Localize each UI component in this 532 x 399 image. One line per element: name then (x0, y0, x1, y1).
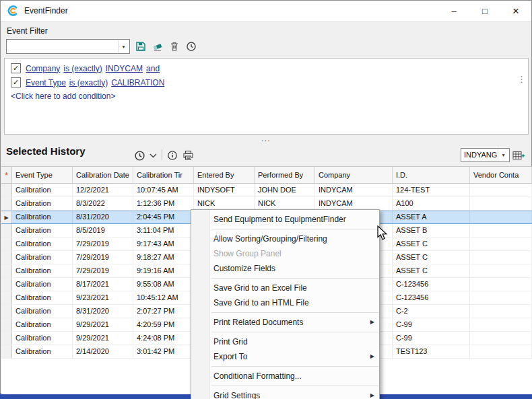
column-header[interactable]: Company (315, 167, 393, 183)
condition-link[interactable]: is (exactly) (63, 64, 102, 73)
table-cell[interactable]: 8/31/2020 (73, 211, 133, 223)
table-cell[interactable]: 9/29/2021 (73, 318, 133, 331)
table-cell[interactable]: JOHN DOE (255, 184, 315, 196)
table-cell[interactable]: NICK (194, 197, 255, 210)
table-cell[interactable] (470, 345, 532, 358)
maximize-button[interactable]: □ (469, 1, 500, 21)
condition-checkbox[interactable]: ✓ (11, 63, 21, 73)
table-cell[interactable]: 9:17:43 AM (133, 238, 194, 250)
table-cell[interactable] (470, 211, 532, 223)
menu-item[interactable]: Export To▶ (191, 349, 379, 364)
condition-checkbox[interactable]: ✓ (11, 77, 21, 87)
table-cell[interactable]: 7/29/2019 (73, 238, 133, 250)
table-cell[interactable]: Calibration (12, 184, 73, 196)
table-cell[interactable]: Calibration (12, 345, 73, 358)
column-chooser-button[interactable] (511, 148, 526, 163)
table-cell[interactable]: 10:45:12 AM (133, 291, 194, 304)
table-cell[interactable] (470, 291, 532, 304)
table-cell[interactable]: TEST123 (393, 345, 470, 358)
condition-link[interactable]: INDYCAM (106, 64, 143, 73)
condition-link[interactable]: CALIBRATION (111, 78, 164, 87)
table-cell[interactable]: 4:20:59 PM (133, 318, 194, 331)
table-cell[interactable]: C-99 (393, 318, 470, 331)
table-cell[interactable]: 124-TEST (393, 184, 470, 196)
menu-item[interactable]: Save Grid to an HTML File (191, 295, 379, 310)
table-cell[interactable]: Calibration (12, 264, 73, 277)
table-cell[interactable]: 10:07:45 AM (133, 184, 194, 196)
condition-link[interactable]: Event Type (26, 78, 66, 87)
table-cell[interactable]: ASSET A (393, 211, 470, 223)
table-cell[interactable] (470, 184, 532, 196)
table-row[interactable]: Calibration12/2/202110:07:45 AMINDYSOFTJ… (1, 184, 532, 197)
delete-filter-button[interactable] (167, 39, 182, 54)
table-cell[interactable]: 9/29/2021 (73, 332, 133, 344)
table-row[interactable]: Calibration8/3/20221:12:36 PMNICKNICKIND… (1, 197, 532, 211)
table-cell[interactable]: Calibration (12, 332, 73, 344)
splitter-handle[interactable]: ... (1, 135, 531, 142)
column-header[interactable]: Vendor Conta (470, 167, 532, 183)
table-cell[interactable]: INDYSOFT (194, 184, 255, 196)
history-combo[interactable]: INDYANG ▾ (461, 148, 510, 162)
menu-item[interactable]: Allow Sorting/Grouping/Filtering (191, 231, 379, 246)
menu-item[interactable]: Customize Fields (191, 261, 379, 276)
save-filter-button[interactable] (133, 39, 148, 54)
table-cell[interactable]: Calibration (12, 224, 73, 237)
table-cell[interactable]: Calibration (12, 238, 73, 250)
add-condition-link[interactable]: <Click here to add condition> (11, 92, 522, 101)
column-header[interactable]: Calibration Tir (133, 167, 194, 183)
column-header[interactable]: Performed By (255, 167, 315, 183)
table-cell[interactable]: 1:12:36 PM (133, 197, 194, 210)
table-cell[interactable]: 8/31/2020 (73, 305, 133, 318)
table-cell[interactable]: ASSET B (393, 224, 470, 237)
table-cell[interactable]: 9:18:27 AM (133, 251, 194, 264)
table-cell[interactable]: 3:01:42 PM (133, 345, 194, 358)
column-header[interactable]: Calibration Date (73, 167, 133, 183)
condition-link[interactable]: is (exactly) (69, 78, 108, 87)
table-cell[interactable]: 8/17/2021 (73, 278, 133, 291)
chevron-down-icon[interactable]: ▾ (498, 149, 508, 161)
history-time-button[interactable] (132, 148, 147, 163)
table-cell[interactable]: Calibration (12, 211, 73, 223)
table-cell[interactable]: Calibration (12, 251, 73, 264)
table-cell[interactable]: INDYCAM (315, 184, 393, 196)
clear-filter-button[interactable] (150, 39, 165, 54)
table-cell[interactable]: 9/23/2021 (73, 291, 133, 304)
chevron-down-icon[interactable]: ▾ (118, 40, 129, 52)
table-cell[interactable]: C-123456 (393, 278, 470, 291)
table-cell[interactable]: Calibration (12, 197, 73, 210)
table-cell[interactable]: 4:24:08 PM (133, 332, 194, 344)
table-cell[interactable]: 8/3/2022 (73, 197, 133, 210)
table-cell[interactable]: C-99 (393, 332, 470, 344)
table-cell[interactable]: C-123456 (393, 291, 470, 304)
table-cell[interactable] (470, 318, 532, 331)
table-cell[interactable] (470, 251, 532, 264)
condition-link[interactable]: and (146, 64, 160, 73)
table-cell[interactable] (470, 224, 532, 237)
history-dropdown-button[interactable] (148, 151, 158, 159)
menu-item[interactable]: Save Grid to an Excel File (191, 281, 379, 295)
table-cell[interactable]: 7/29/2019 (73, 251, 133, 264)
table-cell[interactable]: A100 (393, 197, 470, 210)
filter-history-button[interactable] (184, 39, 199, 54)
table-cell[interactable] (470, 278, 532, 291)
menu-item[interactable]: Grid Settings▶ (191, 388, 379, 399)
table-cell[interactable]: Calibration (12, 291, 73, 304)
close-button[interactable]: ✕ (500, 1, 531, 21)
print-button[interactable] (180, 148, 195, 163)
table-cell[interactable]: 2:07:27 PM (133, 305, 194, 318)
table-cell[interactable]: Calibration (12, 305, 73, 318)
table-cell[interactable]: 8/5/2019 (73, 224, 133, 237)
column-header[interactable]: I.D. (393, 167, 470, 183)
table-cell[interactable]: 9:55:08 AM (133, 278, 194, 291)
menu-item[interactable]: Send Equipment to EquipmentFinder (191, 212, 379, 227)
table-cell[interactable] (470, 305, 532, 318)
table-cell[interactable] (470, 264, 532, 277)
table-cell[interactable]: ASSET C (393, 251, 470, 264)
menu-item[interactable]: Print Related Documents▶ (191, 315, 379, 330)
table-cell[interactable]: 9:19:16 AM (133, 264, 194, 277)
table-cell[interactable]: 12/2/2021 (73, 184, 133, 196)
table-cell[interactable] (470, 332, 532, 344)
table-cell[interactable]: 3:11:04 PM (133, 224, 194, 237)
table-cell[interactable]: Calibration (12, 278, 73, 291)
table-cell[interactable]: 7/29/2019 (73, 264, 133, 277)
